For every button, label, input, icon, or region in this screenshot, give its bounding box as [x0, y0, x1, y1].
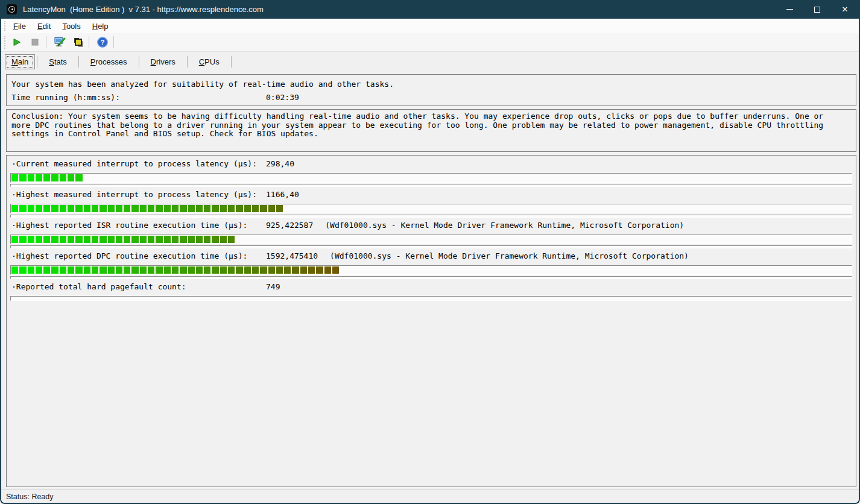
- bar-segment: [236, 266, 242, 274]
- analyze-monitor-icon: [54, 36, 66, 48]
- bar-segment: [292, 266, 299, 274]
- bar-segment: [260, 266, 267, 274]
- metric-row: ·Current measured interrupt to process l…: [7, 160, 856, 187]
- metric-label: ·Current measured interrupt to process l…: [11, 160, 266, 168]
- svg-text:?: ?: [100, 39, 104, 46]
- maximize-icon: [814, 7, 820, 13]
- windows-button[interactable]: [70, 35, 86, 49]
- bar-segment: [68, 205, 74, 212]
- stop-icon: [30, 37, 40, 47]
- time-running-label: Time running (h:mm:ss):: [11, 91, 266, 104]
- bar-segment: [116, 236, 122, 243]
- bar-segment: [75, 174, 82, 181]
- bar-segment: [148, 266, 154, 274]
- conclusion-line: Conclusion: Your system seems to be havi…: [11, 112, 851, 121]
- tab-separator: [231, 56, 232, 68]
- bar-segment: [51, 236, 58, 243]
- bar-segment: [164, 205, 171, 212]
- bar-segment: [60, 174, 66, 181]
- start-monitor-button[interactable]: [9, 35, 25, 49]
- menu-edit[interactable]: Edit: [33, 20, 55, 33]
- metric-row: ·Highest measured interrupt to process l…: [7, 191, 856, 218]
- bar-segment: [260, 205, 267, 212]
- bar-segment: [228, 266, 235, 274]
- metric-thin-track: [10, 245, 852, 248]
- tab-cpus[interactable]: CPUs: [189, 54, 229, 69]
- analysis-panel: Your system has been analyzed for suitab…: [6, 74, 856, 106]
- bar-segment: [19, 236, 26, 243]
- bar-segment: [60, 236, 66, 243]
- bar-segment: [204, 205, 210, 212]
- menu-file[interactable]: File: [8, 20, 31, 33]
- minimize-button[interactable]: [776, 0, 803, 19]
- bar-segment: [164, 266, 171, 274]
- analyze-button[interactable]: [52, 35, 68, 49]
- tab-drivers[interactable]: Drivers: [141, 54, 185, 69]
- bar-segment: [36, 266, 42, 274]
- conclusion-line: settings in Control Panel and BIOS setup…: [11, 130, 851, 139]
- bar-segment: [92, 266, 98, 274]
- metric-value: 749: [266, 283, 280, 291]
- bar-segment: [100, 205, 106, 212]
- windows-copy-icon: [72, 36, 84, 48]
- help-button[interactable]: ?: [95, 35, 110, 49]
- bar-segment: [19, 205, 26, 212]
- bar-segment: [212, 266, 218, 274]
- bar-segment: [92, 205, 98, 212]
- bar-segment: [276, 205, 283, 212]
- status-text: Status: Ready: [6, 493, 54, 501]
- bar-segment: [172, 266, 179, 274]
- maximize-button[interactable]: [803, 0, 831, 19]
- menu-help[interactable]: Help: [87, 20, 113, 33]
- bar-segment: [276, 266, 283, 274]
- app-icon: [7, 4, 17, 14]
- bar-segment: [84, 266, 90, 274]
- metric-thin-track: [10, 276, 852, 279]
- metric-progress-bar: [10, 173, 852, 183]
- time-running-row: Time running (h:mm:ss): 0:02:39: [11, 91, 851, 104]
- bar-segment: [84, 205, 90, 212]
- metric-progress-bar: [10, 235, 852, 244]
- metric-progress-bar: [10, 204, 852, 213]
- bar-segment: [68, 236, 74, 243]
- tab-stats[interactable]: Stats: [39, 54, 77, 69]
- bar-segment: [172, 205, 179, 212]
- close-button[interactable]: ✕: [831, 0, 859, 19]
- bar-segment: [124, 205, 130, 212]
- metric-detail: (Wdf01000.sys - Kernel Mode Driver Frame…: [325, 221, 684, 230]
- bar-segment: [252, 266, 259, 274]
- metric-line: ·Highest reported ISR routine execution …: [7, 221, 856, 230]
- metric-label: ·Highest measured interrupt to process l…: [11, 191, 266, 199]
- bar-segment: [43, 205, 50, 212]
- bar-segment: [36, 174, 42, 181]
- bar-segment: [244, 266, 251, 274]
- metric-label: ·Highest reported DPC routine execution …: [11, 252, 266, 260]
- bar-segment: [19, 266, 26, 274]
- bar-segment: [156, 205, 162, 212]
- bar-segment: [284, 266, 291, 274]
- bar-segment: [140, 205, 147, 212]
- bar-segment: [180, 205, 186, 212]
- metrics-panel: ·Current measured interrupt to process l…: [6, 155, 856, 487]
- bar-segment: [36, 236, 42, 243]
- conclusion-line: more DPC routines that belong to a drive…: [11, 121, 851, 130]
- tab-processes[interactable]: Processes: [81, 54, 137, 69]
- bar-segment: [75, 266, 82, 274]
- bar-segment: [196, 205, 203, 212]
- bar-segment: [140, 236, 147, 243]
- stop-monitor-button[interactable]: [27, 35, 43, 49]
- bar-segment: [188, 205, 195, 212]
- bar-segment: [11, 266, 18, 274]
- menu-tools[interactable]: Tools: [57, 20, 85, 33]
- menu-bar: File Edit Tools Help: [1, 19, 859, 33]
- bar-segment: [212, 205, 218, 212]
- toolbar: ?: [1, 33, 859, 52]
- bar-segment: [116, 205, 122, 212]
- bar-segment: [204, 266, 210, 274]
- bar-segment: [11, 174, 18, 181]
- bar-segment: [252, 205, 259, 212]
- bar-segment: [28, 174, 34, 181]
- tab-main[interactable]: Main: [5, 54, 35, 69]
- help-icon: ?: [96, 36, 109, 48]
- metric-row: ·Highest reported DPC routine execution …: [7, 252, 856, 279]
